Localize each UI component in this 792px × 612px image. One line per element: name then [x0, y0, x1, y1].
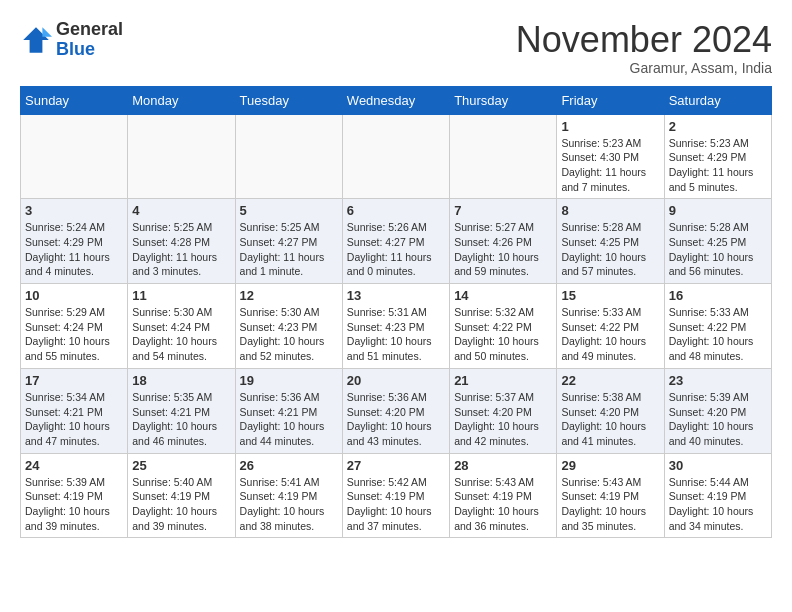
- calendar-cell: 23Sunrise: 5:39 AM Sunset: 4:20 PM Dayli…: [664, 368, 771, 453]
- logo-text: General Blue: [56, 20, 123, 60]
- day-number: 2: [669, 119, 767, 134]
- calendar-cell: 22Sunrise: 5:38 AM Sunset: 4:20 PM Dayli…: [557, 368, 664, 453]
- day-info: Sunrise: 5:29 AM Sunset: 4:24 PM Dayligh…: [25, 305, 123, 364]
- day-info: Sunrise: 5:28 AM Sunset: 4:25 PM Dayligh…: [669, 220, 767, 279]
- day-info: Sunrise: 5:31 AM Sunset: 4:23 PM Dayligh…: [347, 305, 445, 364]
- day-info: Sunrise: 5:27 AM Sunset: 4:26 PM Dayligh…: [454, 220, 552, 279]
- day-number: 17: [25, 373, 123, 388]
- day-info: Sunrise: 5:43 AM Sunset: 4:19 PM Dayligh…: [454, 475, 552, 534]
- day-number: 8: [561, 203, 659, 218]
- day-info: Sunrise: 5:44 AM Sunset: 4:19 PM Dayligh…: [669, 475, 767, 534]
- calendar-cell: 14Sunrise: 5:32 AM Sunset: 4:22 PM Dayli…: [450, 284, 557, 369]
- day-number: 7: [454, 203, 552, 218]
- calendar-cell: [342, 114, 449, 199]
- week-row-3: 10Sunrise: 5:29 AM Sunset: 4:24 PM Dayli…: [21, 284, 772, 369]
- calendar-cell: 27Sunrise: 5:42 AM Sunset: 4:19 PM Dayli…: [342, 453, 449, 538]
- logo-icon: [20, 24, 52, 56]
- calendar-header-row: Sunday Monday Tuesday Wednesday Thursday…: [21, 86, 772, 114]
- month-title: November 2024: [516, 20, 772, 60]
- day-info: Sunrise: 5:33 AM Sunset: 4:22 PM Dayligh…: [561, 305, 659, 364]
- week-row-4: 17Sunrise: 5:34 AM Sunset: 4:21 PM Dayli…: [21, 368, 772, 453]
- day-number: 24: [25, 458, 123, 473]
- day-info: Sunrise: 5:36 AM Sunset: 4:21 PM Dayligh…: [240, 390, 338, 449]
- day-info: Sunrise: 5:32 AM Sunset: 4:22 PM Dayligh…: [454, 305, 552, 364]
- week-row-2: 3Sunrise: 5:24 AM Sunset: 4:29 PM Daylig…: [21, 199, 772, 284]
- day-number: 9: [669, 203, 767, 218]
- calendar-cell: 5Sunrise: 5:25 AM Sunset: 4:27 PM Daylig…: [235, 199, 342, 284]
- day-info: Sunrise: 5:24 AM Sunset: 4:29 PM Dayligh…: [25, 220, 123, 279]
- col-friday: Friday: [557, 86, 664, 114]
- calendar-cell: 8Sunrise: 5:28 AM Sunset: 4:25 PM Daylig…: [557, 199, 664, 284]
- calendar-cell: 1Sunrise: 5:23 AM Sunset: 4:30 PM Daylig…: [557, 114, 664, 199]
- day-info: Sunrise: 5:25 AM Sunset: 4:28 PM Dayligh…: [132, 220, 230, 279]
- day-info: Sunrise: 5:30 AM Sunset: 4:24 PM Dayligh…: [132, 305, 230, 364]
- day-number: 14: [454, 288, 552, 303]
- calendar-cell: 9Sunrise: 5:28 AM Sunset: 4:25 PM Daylig…: [664, 199, 771, 284]
- day-number: 16: [669, 288, 767, 303]
- day-info: Sunrise: 5:39 AM Sunset: 4:19 PM Dayligh…: [25, 475, 123, 534]
- calendar-cell: 26Sunrise: 5:41 AM Sunset: 4:19 PM Dayli…: [235, 453, 342, 538]
- day-number: 21: [454, 373, 552, 388]
- day-info: Sunrise: 5:30 AM Sunset: 4:23 PM Dayligh…: [240, 305, 338, 364]
- calendar-cell: 12Sunrise: 5:30 AM Sunset: 4:23 PM Dayli…: [235, 284, 342, 369]
- col-wednesday: Wednesday: [342, 86, 449, 114]
- calendar-cell: 15Sunrise: 5:33 AM Sunset: 4:22 PM Dayli…: [557, 284, 664, 369]
- calendar-cell: 3Sunrise: 5:24 AM Sunset: 4:29 PM Daylig…: [21, 199, 128, 284]
- day-number: 27: [347, 458, 445, 473]
- day-number: 10: [25, 288, 123, 303]
- day-info: Sunrise: 5:42 AM Sunset: 4:19 PM Dayligh…: [347, 475, 445, 534]
- day-number: 6: [347, 203, 445, 218]
- day-info: Sunrise: 5:23 AM Sunset: 4:30 PM Dayligh…: [561, 136, 659, 195]
- calendar-cell: [21, 114, 128, 199]
- day-number: 12: [240, 288, 338, 303]
- day-info: Sunrise: 5:36 AM Sunset: 4:20 PM Dayligh…: [347, 390, 445, 449]
- calendar-cell: 7Sunrise: 5:27 AM Sunset: 4:26 PM Daylig…: [450, 199, 557, 284]
- day-number: 28: [454, 458, 552, 473]
- day-number: 19: [240, 373, 338, 388]
- day-info: Sunrise: 5:25 AM Sunset: 4:27 PM Dayligh…: [240, 220, 338, 279]
- day-number: 26: [240, 458, 338, 473]
- day-number: 23: [669, 373, 767, 388]
- day-number: 22: [561, 373, 659, 388]
- calendar-page: General Blue November 2024 Garamur, Assa…: [0, 0, 792, 548]
- day-number: 1: [561, 119, 659, 134]
- calendar-cell: 25Sunrise: 5:40 AM Sunset: 4:19 PM Dayli…: [128, 453, 235, 538]
- day-number: 15: [561, 288, 659, 303]
- day-number: 3: [25, 203, 123, 218]
- day-number: 13: [347, 288, 445, 303]
- calendar-cell: 17Sunrise: 5:34 AM Sunset: 4:21 PM Dayli…: [21, 368, 128, 453]
- day-info: Sunrise: 5:28 AM Sunset: 4:25 PM Dayligh…: [561, 220, 659, 279]
- logo: General Blue: [20, 20, 123, 60]
- title-block: November 2024 Garamur, Assam, India: [516, 20, 772, 76]
- svg-marker-1: [42, 27, 52, 37]
- day-number: 11: [132, 288, 230, 303]
- col-thursday: Thursday: [450, 86, 557, 114]
- col-monday: Monday: [128, 86, 235, 114]
- day-info: Sunrise: 5:41 AM Sunset: 4:19 PM Dayligh…: [240, 475, 338, 534]
- calendar-cell: 24Sunrise: 5:39 AM Sunset: 4:19 PM Dayli…: [21, 453, 128, 538]
- calendar-cell: 2Sunrise: 5:23 AM Sunset: 4:29 PM Daylig…: [664, 114, 771, 199]
- col-saturday: Saturday: [664, 86, 771, 114]
- col-sunday: Sunday: [21, 86, 128, 114]
- day-number: 25: [132, 458, 230, 473]
- calendar-cell: 20Sunrise: 5:36 AM Sunset: 4:20 PM Dayli…: [342, 368, 449, 453]
- day-number: 30: [669, 458, 767, 473]
- calendar-cell: 21Sunrise: 5:37 AM Sunset: 4:20 PM Dayli…: [450, 368, 557, 453]
- day-info: Sunrise: 5:33 AM Sunset: 4:22 PM Dayligh…: [669, 305, 767, 364]
- header: General Blue November 2024 Garamur, Assa…: [20, 20, 772, 76]
- day-info: Sunrise: 5:35 AM Sunset: 4:21 PM Dayligh…: [132, 390, 230, 449]
- calendar-cell: 18Sunrise: 5:35 AM Sunset: 4:21 PM Dayli…: [128, 368, 235, 453]
- calendar-cell: 11Sunrise: 5:30 AM Sunset: 4:24 PM Dayli…: [128, 284, 235, 369]
- calendar-cell: 16Sunrise: 5:33 AM Sunset: 4:22 PM Dayli…: [664, 284, 771, 369]
- day-number: 29: [561, 458, 659, 473]
- calendar-cell: 6Sunrise: 5:26 AM Sunset: 4:27 PM Daylig…: [342, 199, 449, 284]
- day-info: Sunrise: 5:39 AM Sunset: 4:20 PM Dayligh…: [669, 390, 767, 449]
- calendar-cell: 19Sunrise: 5:36 AM Sunset: 4:21 PM Dayli…: [235, 368, 342, 453]
- col-tuesday: Tuesday: [235, 86, 342, 114]
- day-number: 5: [240, 203, 338, 218]
- day-info: Sunrise: 5:34 AM Sunset: 4:21 PM Dayligh…: [25, 390, 123, 449]
- calendar-cell: [128, 114, 235, 199]
- calendar-cell: 13Sunrise: 5:31 AM Sunset: 4:23 PM Dayli…: [342, 284, 449, 369]
- day-info: Sunrise: 5:26 AM Sunset: 4:27 PM Dayligh…: [347, 220, 445, 279]
- calendar-cell: 28Sunrise: 5:43 AM Sunset: 4:19 PM Dayli…: [450, 453, 557, 538]
